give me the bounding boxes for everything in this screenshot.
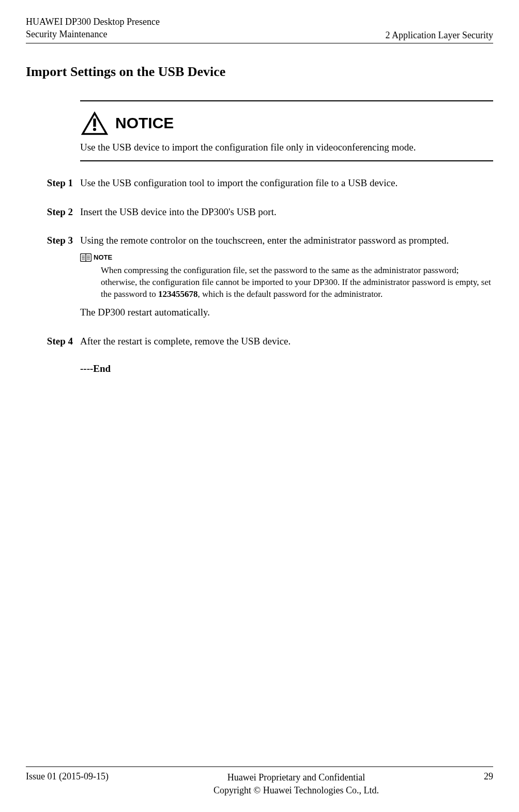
- footer-issue: Issue 01 (2015-09-15): [26, 771, 109, 782]
- footer-page-number: 29: [484, 771, 493, 782]
- note-book-icon: [80, 253, 91, 262]
- step-body: Using the remote controlor on the touchs…: [80, 233, 493, 325]
- step-label: Step 1: [26, 176, 80, 196]
- note-head: NOTE: [80, 253, 493, 263]
- step-text: Insert the USB device into the DP300's U…: [80, 205, 493, 219]
- svg-rect-2: [93, 118, 96, 127]
- step-text: Using the remote controlor on the touchs…: [80, 233, 493, 248]
- footer-proprietary: Huawei Proprietary and Confidential: [213, 771, 379, 784]
- step-label: Step 2: [26, 205, 80, 224]
- notice-head: NOTICE: [80, 101, 493, 141]
- notice-rule-bottom: [80, 160, 493, 161]
- step-row: Step 1 Use the USB configuration tool to…: [26, 176, 493, 196]
- section-title: Import Settings on the USB Device: [26, 64, 493, 80]
- footer-copyright: Copyright © Huawei Technologies Co., Ltd…: [213, 784, 379, 796]
- step-row: Step 3 Using the remote controlor on the…: [26, 233, 493, 325]
- footer-center: Huawei Proprietary and Confidential Copy…: [213, 771, 379, 796]
- note-text: When compressing the configuration file,…: [101, 265, 493, 300]
- step-text: After the restart is complete, remove th…: [80, 334, 493, 349]
- header-left: HUAWEI DP300 Desktop Presence Security M…: [26, 16, 160, 41]
- notice-text: Use the USB device to import the configu…: [80, 141, 493, 161]
- header-doc-line: Security Maintenance: [26, 28, 160, 40]
- step-body: After the restart is complete, remove th…: [80, 334, 493, 354]
- warning-triangle-icon: [80, 110, 109, 137]
- notice-label: NOTICE: [115, 114, 174, 132]
- step-row: Step 4 After the restart is complete, re…: [26, 334, 493, 354]
- step-body: Insert the USB device into the DP300's U…: [80, 205, 493, 224]
- step-label: Step 4: [26, 334, 80, 354]
- step-body: Use the USB configuration tool to import…: [80, 176, 493, 196]
- note-label: NOTE: [94, 253, 112, 263]
- header-right: 2 Application Layer Security: [386, 30, 493, 41]
- note-bold-value: 123455678: [158, 289, 198, 299]
- page-header: HUAWEI DP300 Desktop Presence Security M…: [26, 16, 493, 43]
- step-text: Use the USB configuration tool to import…: [80, 176, 493, 190]
- end-marker: ----End: [80, 363, 493, 374]
- header-product-line: HUAWEI DP300 Desktop Presence: [26, 16, 160, 28]
- step-after-text: The DP300 restart automatically.: [80, 305, 493, 320]
- page-footer: Issue 01 (2015-09-15) Huawei Proprietary…: [26, 766, 493, 796]
- notice-box: NOTICE Use the USB device to import the …: [80, 100, 493, 162]
- svg-point-3: [93, 128, 96, 131]
- note-text-post: , which is the default password for the …: [197, 289, 383, 299]
- step-label: Step 3: [26, 233, 80, 325]
- step-row: Step 2 Insert the USB device into the DP…: [26, 205, 493, 224]
